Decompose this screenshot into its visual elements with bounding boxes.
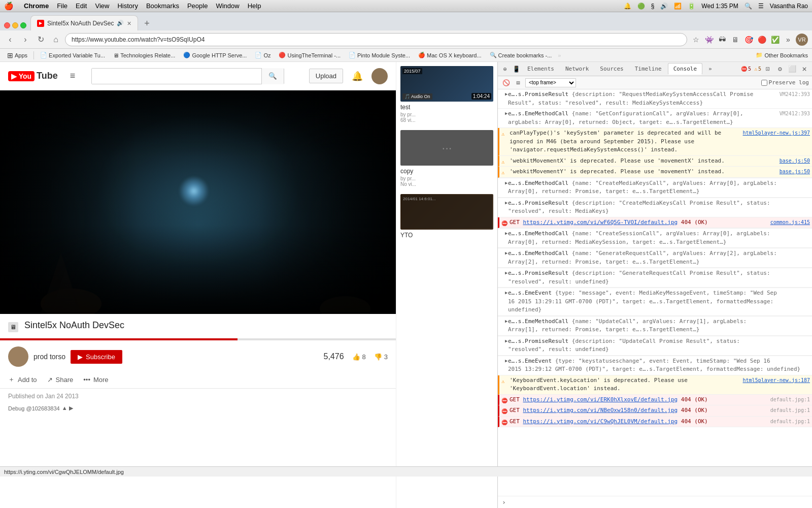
menu-edit[interactable]: Edit <box>76 2 87 10</box>
back-button[interactable]: ‹ <box>4 34 16 46</box>
extension-icon-4[interactable]: 🎯 <box>743 34 754 45</box>
other-bookmarks[interactable]: 📁 Other Bookmarks <box>756 52 808 58</box>
menu-chrome[interactable]: Chrome <box>24 2 49 10</box>
menu-help[interactable]: Help <box>248 2 261 10</box>
active-tab[interactable]: Sintel5x NoAuth DevSec 🔊 × <box>30 15 138 30</box>
debug-expand-button[interactable]: ▲ ▶ <box>62 405 73 411</box>
yt-search-input[interactable] <box>92 69 261 84</box>
activity-monitor-icon[interactable]: 🟢 <box>637 3 645 10</box>
tab-timeline[interactable]: Timeline <box>630 64 667 74</box>
entry-expand-11[interactable]: ▶ <box>505 270 507 277</box>
tab-console[interactable]: Console <box>668 63 702 75</box>
menu-view[interactable]: View <box>95 2 109 10</box>
wifi-icon[interactable]: 📶 <box>674 3 682 10</box>
yt-user-avatar[interactable] <box>371 68 388 84</box>
entry-expand-2[interactable]: ▶ <box>505 110 507 117</box>
tab-sources[interactable]: Sources <box>595 64 628 74</box>
entry-link-5[interactable]: base.js:50 <box>780 169 810 174</box>
extension-icon-6[interactable]: ✅ <box>769 34 781 45</box>
yt-upload-button[interactable]: Upload <box>309 69 343 83</box>
menu-window[interactable]: Window <box>216 2 239 10</box>
dt-preserve-log-checkbox[interactable] <box>761 80 767 86</box>
entry-url-19[interactable]: https://i.ytimg.com/vi/C9wQhJEL0VM/defau… <box>523 418 678 425</box>
entry-link-3[interactable]: html5player-new.js:397 <box>743 130 810 136</box>
related-video-2[interactable]: ··· copy by pr... No vi... <box>400 130 493 189</box>
home-button[interactable]: ⌂ <box>50 34 62 46</box>
entry-expand-6[interactable]: ▶ <box>505 180 507 187</box>
add-to-button[interactable]: ＋ Add to <box>8 375 37 384</box>
extension-icon-2[interactable]: 🕶 <box>717 34 728 45</box>
channel-name[interactable]: prod torso <box>33 353 65 361</box>
bookmarks-overflow[interactable]: » <box>558 52 561 58</box>
dt-clear-icon[interactable]: 🚫 <box>501 78 511 88</box>
bookmark-create[interactable]: 🔍 Create bookmarks -... <box>487 51 555 59</box>
dt-filter-icon[interactable]: ⊞ <box>513 78 523 88</box>
dislike-button[interactable]: 👎 3 <box>374 353 388 361</box>
dt-command-icon[interactable]: ⊡ <box>762 64 773 75</box>
bookmark-terminal[interactable]: 🔴 UsingTheTerminal -... <box>276 51 344 59</box>
window-maximize-button[interactable] <box>20 22 26 28</box>
console-content[interactable]: ▶ VM2412:393 e….s.PromiseResult {descrip… <box>498 89 812 496</box>
entry-link-4[interactable]: base.js:50 <box>780 158 810 164</box>
related-video-1[interactable]: 2015/07 🎵 Audio On 1:04:24 test by pr...… <box>400 66 493 125</box>
bookmark-oz[interactable]: 📄 Oz <box>252 51 274 59</box>
youtube-logo[interactable]: ▶ You Tube <box>8 71 58 81</box>
subscribe-button[interactable]: ▶ Subscribe <box>71 350 122 364</box>
share-button[interactable]: ↗ Share <box>47 376 74 384</box>
tab-more[interactable]: » <box>703 64 717 74</box>
extension-icon-3[interactable]: 🖥 <box>730 34 741 45</box>
related-video-3[interactable]: 2014/01 14:6:01... YTO <box>400 194 493 241</box>
menu-file[interactable]: File <box>57 2 67 10</box>
dt-frame-select[interactable]: <top frame> <box>525 78 576 87</box>
tab-close-button[interactable]: × <box>127 19 131 27</box>
refresh-button[interactable]: ↻ <box>35 34 47 46</box>
entry-expand-15[interactable]: ▶ <box>505 358 507 365</box>
bookmark-exported[interactable]: 📄 Exported Variable Tu... <box>37 51 108 59</box>
bookmark-tech[interactable]: 🖥 Technologies Relate... <box>110 51 178 59</box>
bookmark-apps[interactable]: ⊞ Apps <box>4 50 30 60</box>
tab-mute-icon[interactable]: 🔊 <box>117 20 124 26</box>
user-avatar[interactable]: VR <box>796 34 808 46</box>
entry-link-16[interactable]: html5player-new.js:187 <box>743 377 810 383</box>
like-button[interactable]: 👍 8 <box>352 353 366 361</box>
apple-menu[interactable]: 🍎 <box>4 2 14 11</box>
scripts-icon[interactable]: § <box>651 3 655 10</box>
entry-expand-14[interactable]: ▶ <box>505 338 507 345</box>
more-button[interactable]: » <box>783 34 794 45</box>
entry-expand-1[interactable]: ▶ <box>505 91 507 98</box>
entry-expand-10[interactable]: ▶ <box>505 250 507 257</box>
entry-url-17[interactable]: https://i.ytimg.com/vi/ERK0hXlxovE/defau… <box>523 396 678 403</box>
entry-expand-12[interactable]: ▶ <box>505 290 507 297</box>
console-input[interactable] <box>509 499 808 505</box>
tab-network[interactable]: Network <box>560 64 594 74</box>
dt-close-button[interactable]: × <box>799 64 810 75</box>
star-icon[interactable]: ☆ <box>690 34 701 45</box>
entry-expand-13[interactable]: ▶ <box>505 318 507 325</box>
dt-mobile-icon[interactable]: 📱 <box>511 64 521 74</box>
extension-icon-1[interactable]: 👾 <box>703 34 715 45</box>
battery-icon[interactable]: 🔋 <box>688 3 695 10</box>
progress-bar[interactable] <box>0 338 396 340</box>
more-button-video[interactable]: ••• More <box>83 376 108 384</box>
notification-icon[interactable]: 🔔 <box>624 3 631 10</box>
channel-avatar[interactable] <box>8 346 28 367</box>
menu-people[interactable]: People <box>187 2 208 10</box>
yt-menu-icon[interactable]: ≡ <box>70 71 76 81</box>
new-tab-button[interactable]: + <box>140 16 154 30</box>
menu-bookmarks[interactable]: Bookmarks <box>146 2 179 10</box>
entry-expand-7[interactable]: ▶ <box>505 200 507 207</box>
yt-search-button[interactable]: 🔍 <box>261 68 284 84</box>
spotlight-icon[interactable]: 🔍 <box>745 3 752 10</box>
bookmark-google-http[interactable]: 🔵 Google HTTP Serve... <box>180 51 250 59</box>
address-input[interactable] <box>65 33 687 46</box>
forward-button[interactable]: › <box>19 34 31 46</box>
volume-icon[interactable]: 🔊 <box>660 3 668 10</box>
dt-inspect-icon[interactable]: ⊕ <box>500 64 510 74</box>
menu-history[interactable]: History <box>117 2 138 10</box>
bookmark-mac-keyboard[interactable]: 🍎 Mac OS X keyboard... <box>415 51 485 59</box>
tab-elements[interactable]: Elements <box>522 64 559 74</box>
window-minimize-button[interactable] <box>12 22 18 28</box>
video-player[interactable] <box>0 90 396 314</box>
entry-url-18[interactable]: https://i.ytimg.com/vi/NBeOxw158n0/defau… <box>523 407 678 414</box>
dt-screencast-icon[interactable]: ⬜ <box>787 64 798 75</box>
